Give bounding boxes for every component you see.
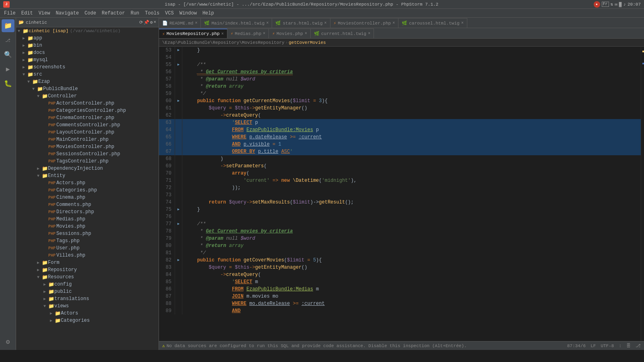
tab-moviesrepository[interactable]: ⚡ MoviesRepository.php × — [159, 29, 227, 38]
notification-icon[interactable]: ● — [594, 1, 600, 8]
breadcrumb-separator: › — [285, 40, 288, 45]
tree-tags[interactable]: ▶PHP Tags.php — [16, 237, 159, 245]
tree-mysql[interactable]: ▶📁 mysql — [16, 56, 159, 64]
tab-current-twig-close[interactable]: × — [368, 31, 370, 36]
tree-views[interactable]: ▼📁 views — [16, 302, 159, 310]
menu-navigate[interactable]: Navigate — [53, 10, 81, 17]
line-number: 66 — [159, 141, 175, 148]
gutter-73 — [175, 191, 182, 199]
tab-main-twig-close[interactable]: × — [266, 21, 268, 25]
tree-commentscontroller[interactable]: ▶PHP CommentsController.php — [16, 121, 159, 129]
code-line-55: 55 ▶ /** — [159, 61, 641, 68]
menu-run[interactable]: Run — [128, 10, 142, 17]
tab-medias[interactable]: ⚡ Medias.php × — [227, 29, 269, 38]
tree-root[interactable]: ▼ 📁 cinhetic [isap] (/var/www/cinhetic) — [16, 27, 159, 35]
tree-directors[interactable]: ▶PHP Directors.php — [16, 208, 159, 216]
breadcrumb-path: \Ezap\PublicBundle\Repository\MoviesRepo… — [162, 40, 285, 45]
gutter-65 — [175, 134, 182, 141]
tab-medias-close[interactable]: × — [263, 31, 265, 36]
tree-controller[interactable]: ▼📁 Controller — [16, 93, 159, 100]
tree-comments-entity[interactable]: ▶PHP Comments.php — [16, 201, 159, 208]
tab-moviesrepository-close[interactable]: × — [221, 32, 224, 36]
clock: 20:07 — [627, 2, 641, 7]
tree-public[interactable]: ▶📁 public — [16, 288, 159, 295]
tab-caroussel-twig-close[interactable]: × — [461, 21, 464, 25]
tree-ezap[interactable]: ▼📁 Ezap — [16, 78, 159, 85]
tree-src[interactable]: ▼📁 src — [16, 71, 159, 78]
activity-project[interactable]: 📁 — [2, 19, 14, 32]
tree-entity[interactable]: ▼📁 Entity — [16, 172, 159, 179]
gutter-69 — [175, 162, 182, 170]
tree-actors-dir[interactable]: ▶📁 Actors — [16, 310, 159, 317]
activity-run[interactable]: ▶ — [2, 63, 14, 76]
tree-form[interactable]: ▶📁 Form — [16, 259, 159, 266]
tree-config[interactable]: ▶📁 config — [16, 281, 159, 288]
mail-icon: ✉ — [615, 2, 617, 7]
menu-edit[interactable]: Edit — [19, 10, 35, 17]
tree-screenshots[interactable]: ▶📁 screenshots — [16, 64, 159, 71]
tree-actorscontroller[interactable]: ▶PHP ActorsController.php — [16, 100, 159, 107]
tree-repository[interactable]: ▶📁 Repository — [16, 266, 159, 274]
tree-tagscontroller[interactable]: ▶PHP TagsController.php — [16, 158, 159, 165]
activity-settings[interactable]: ⚙ — [2, 335, 14, 348]
tree-app[interactable]: ▶📁 app — [16, 35, 159, 42]
code-editor[interactable]: 53 ▶ } 54 55 ▶ /** — [159, 47, 641, 341]
tab-movies[interactable]: ⚡ Movies.php × — [269, 29, 311, 38]
sidebar-sync-icon[interactable]: ⟳ — [139, 20, 143, 25]
menu-code[interactable]: Code — [82, 10, 99, 17]
tree-categoriescontroller[interactable]: ▶PHP CategoriesController.php — [16, 107, 159, 114]
tree-translations[interactable]: ▶📁 translations — [16, 295, 159, 302]
status-message[interactable]: No data sources are configured to run th… — [167, 343, 467, 348]
tree-categories-dir[interactable]: ▶📁 Categories — [16, 317, 159, 324]
tree-resources[interactable]: ▼📁 Resources — [16, 274, 159, 281]
sidebar-close-icon[interactable]: × — [153, 20, 156, 25]
line-content-66: AND p.visible = 1 — [182, 141, 281, 148]
menu-vcs[interactable]: VCS — [163, 10, 176, 17]
cursor-position: 87:34/6 — [567, 343, 586, 348]
sidebar-pin-icon[interactable]: 📌 — [144, 20, 149, 25]
tree-cinema-entity[interactable]: ▶PHP Cinema.php — [16, 194, 159, 201]
tree-movies-entity[interactable]: ▶PHP Movies.php — [16, 223, 159, 230]
tree-sessions-entity[interactable]: ▶PHP Sessions.php — [16, 230, 159, 237]
tab-caroussel-twig[interactable]: 🌿 caroussel.html.twig × — [398, 18, 467, 28]
tree-user[interactable]: ▶PHP User.php — [16, 245, 159, 252]
tree-layoutcontroller[interactable]: ▶PHP LayoutController.php — [16, 129, 159, 136]
sidebar-settings-icon[interactable]: ⚙ — [150, 20, 153, 25]
code-line-88: 88 WHERE mo.dateRelease >= :current — [159, 300, 641, 307]
tab-readme-close[interactable]: × — [195, 21, 197, 25]
menu-view[interactable]: View — [36, 10, 53, 17]
activity-find[interactable]: 🔍 — [2, 48, 14, 61]
tree-publicbundle[interactable]: ▼📁 PublicBundle — [16, 85, 159, 93]
tab-current-twig[interactable]: 🌿 current.html.twig × — [311, 29, 374, 38]
project-label[interactable]: 📂 cinhetic — [19, 20, 47, 25]
tree-villes[interactable]: ▶PHP Villes.php — [16, 252, 159, 259]
tab-moviescontroller-close[interactable]: × — [392, 21, 395, 25]
activity-git[interactable]: ⎇ — [2, 34, 14, 47]
menu-window[interactable]: Window — [177, 10, 199, 17]
tree-moviescontroller[interactable]: ▶PHP MoviesController.php — [16, 143, 159, 150]
tree-sessionscontroller[interactable]: ▶PHP SessionsController.php — [16, 150, 159, 158]
tree-cinemacontroller[interactable]: ▶PHP CinemaController.php — [16, 114, 159, 121]
menu-file[interactable]: File — [2, 10, 18, 17]
code-line-79: 79 * @param null $word — [159, 235, 641, 242]
tree-di[interactable]: ▶📁 DependencyInjection — [16, 165, 159, 172]
tree-maincontroller[interactable]: ▶PHP MainController.php — [16, 136, 159, 143]
tree-bin[interactable]: ▶📁 bin — [16, 42, 159, 49]
tab-moviescontroller[interactable]: ⚡ MoviesController.php × — [330, 18, 399, 28]
tree-categories[interactable]: ▶PHP Categories.php — [16, 187, 159, 194]
tab-stars-twig-close[interactable]: × — [324, 21, 327, 25]
tree-docs[interactable]: ▶📁 docs — [16, 49, 159, 56]
menu-help[interactable]: Help — [200, 10, 217, 17]
activity-debug[interactable]: 🐛 — [2, 77, 14, 90]
tab-movies-close[interactable]: × — [305, 31, 307, 36]
code-line-66: 66 AND p.visible = 1 — [159, 141, 641, 148]
tab-readme[interactable]: 📄 README.md × — [159, 18, 201, 28]
menu-tools[interactable]: Tools — [142, 10, 162, 17]
line-number: 76 — [159, 213, 175, 220]
tree-medias[interactable]: ▶PHP Medias.php — [16, 216, 159, 223]
line-content-72: )); — [182, 184, 241, 191]
tab-main-twig[interactable]: 🌿 Main/index.html.twig × — [201, 18, 272, 28]
tab-stars-twig[interactable]: 🌿 stars.html.twig × — [272, 18, 330, 28]
tree-actors[interactable]: ▶PHP Actors.php — [16, 179, 159, 187]
menu-refactor[interactable]: Refactor — [99, 10, 128, 17]
